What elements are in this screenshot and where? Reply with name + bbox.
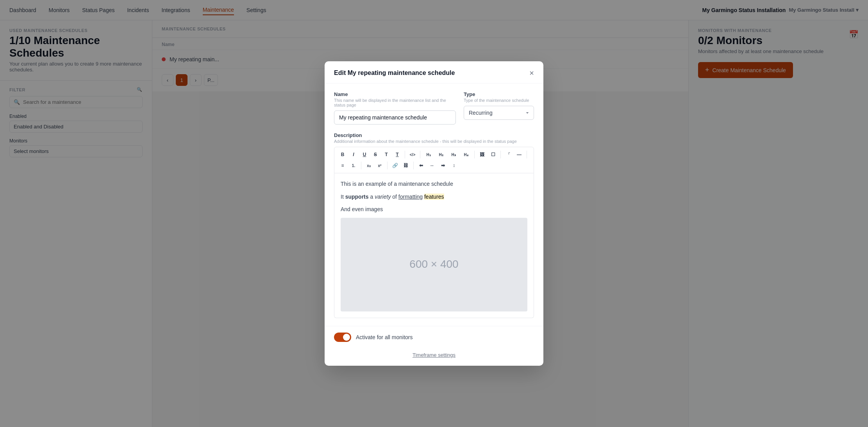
list-unordered-button[interactable]: ≡ (338, 160, 348, 171)
type-label: Type (464, 91, 534, 97)
desc-line2: It supports a variety of formatting feat… (341, 192, 527, 201)
hr-button[interactable]: — (514, 149, 524, 160)
blockquote-button[interactable]: 「 (503, 149, 513, 160)
toolbar-sep-2 (420, 151, 420, 158)
bold-text: supports (345, 194, 369, 200)
clear-format-button[interactable]: T (381, 149, 391, 160)
toolbar-sep-1 (405, 151, 405, 158)
rte-content-area[interactable]: This is an example of a maintenance sche… (334, 173, 534, 318)
code-button[interactable]: </> (407, 149, 418, 160)
name-label: Name (334, 91, 456, 97)
toggle-label: Activate for all monitors (356, 334, 413, 340)
toggle-row: Activate for all monitors (325, 326, 543, 348)
timeframe-settings-link[interactable]: Timeframe settings (325, 348, 543, 366)
toolbar-sep-5 (527, 151, 527, 158)
toggle-knob (343, 334, 350, 341)
modal-overlay: Edit My repeating maintenance schedule ×… (0, 0, 868, 427)
unlink-button[interactable]: ⛓ (401, 160, 411, 171)
type-sublabel: Type of the maintenance schedule (464, 98, 534, 103)
rte-toolbar: B I U S T T </> H₁ H₂ H₃ H₄ 🖼 ☐ (334, 147, 534, 173)
justify-button[interactable]: ↕ (449, 160, 459, 171)
media-button[interactable]: ☐ (488, 149, 498, 160)
strikethrough-button[interactable]: S (370, 149, 380, 160)
superscript-button[interactable]: x² (375, 160, 385, 171)
underline-text: formatting (398, 194, 423, 200)
name-sublabel: This name will be displayed in the maint… (334, 98, 456, 107)
toolbar-sep-6 (361, 162, 361, 169)
modal-title: Edit My repeating maintenance schedule (334, 69, 455, 77)
subscript-button[interactable]: x₂ (364, 160, 374, 171)
name-input[interactable] (334, 110, 456, 125)
type-group: Type Type of the maintenance schedule On… (464, 91, 534, 125)
highlighted-text: features (424, 194, 444, 200)
toolbar-sep-8 (413, 162, 414, 169)
format-text-button[interactable]: T (392, 149, 402, 160)
align-right-button[interactable]: ➡ (438, 160, 448, 171)
desc-line3: And even images (341, 205, 527, 214)
h3-button[interactable]: H₃ (448, 149, 459, 160)
list-ordered-button[interactable]: 1. (348, 160, 359, 171)
align-left-button[interactable]: ⬅ (416, 160, 426, 171)
italic-text: variety (375, 194, 391, 200)
bold-button[interactable]: B (338, 149, 348, 160)
h4-button[interactable]: H₄ (460, 149, 472, 160)
name-group: Name This name will be displayed in the … (334, 91, 456, 125)
activate-all-toggle[interactable] (334, 333, 351, 342)
edit-modal: Edit My repeating maintenance schedule ×… (325, 61, 543, 365)
toolbar-sep-7 (387, 162, 388, 169)
toolbar-sep-4 (500, 151, 501, 158)
image-button[interactable]: 🖼 (477, 149, 487, 160)
modal-body: Name This name will be displayed in the … (325, 84, 543, 326)
link-button[interactable]: 🔗 (390, 160, 400, 171)
underline-button[interactable]: U (359, 149, 370, 160)
toolbar-sep-3 (474, 151, 475, 158)
type-select[interactable]: One-time Recurring (464, 106, 534, 120)
image-placeholder: 600 × 400 (341, 218, 527, 311)
align-center-button[interactable]: ↔ (427, 160, 437, 171)
h2-button[interactable]: H₂ (435, 149, 447, 160)
h1-button[interactable]: H₁ (423, 149, 434, 160)
modal-header: Edit My repeating maintenance schedule × (325, 61, 543, 84)
description-section: Description Additional information about… (334, 132, 534, 318)
modal-close-button[interactable]: × (529, 69, 534, 77)
italic-button[interactable]: I (348, 149, 359, 160)
desc-label: Description (334, 132, 534, 138)
desc-sublabel: Additional information about the mainten… (334, 139, 534, 144)
desc-line1: This is an example of a maintenance sche… (341, 180, 527, 188)
name-type-row: Name This name will be displayed in the … (334, 91, 534, 125)
